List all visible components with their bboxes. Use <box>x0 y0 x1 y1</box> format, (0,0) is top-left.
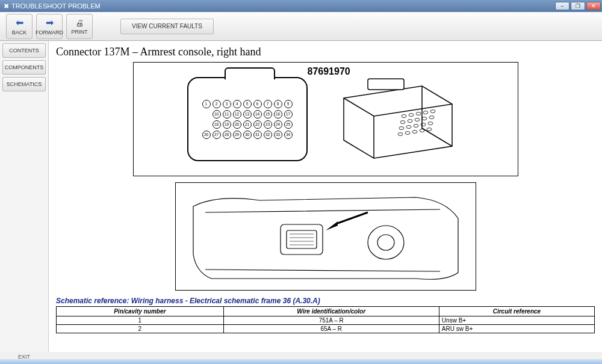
sidebar: CONTENTS COMPONENTS SCHEMATICS EXIT <box>0 41 48 352</box>
page-title: Connector 137M – Armrest console, right … <box>56 46 595 58</box>
sidebar-schematics-label: SCHEMATICS <box>7 81 42 87</box>
cell-circuit: ARU sw B+ <box>439 325 594 333</box>
minimize-icon: – <box>560 3 563 9</box>
table-row: 1 751A – R Unsw B+ <box>57 316 595 325</box>
forward-button[interactable]: ➡ FORWARD <box>36 14 63 39</box>
print-icon: 🖨 <box>75 18 84 28</box>
pin-table: Pin/cavity number Wire identification/co… <box>56 306 595 333</box>
close-icon: ✕ <box>591 3 596 9</box>
sidebar-contents-label: CONTENTS <box>9 48 39 54</box>
maximize-button[interactable]: ❐ <box>571 2 585 10</box>
minimize-button[interactable]: – <box>555 2 569 10</box>
back-button[interactable]: ⬅ BACK <box>6 14 33 39</box>
col-wire: Wire identification/color <box>223 307 439 316</box>
sidebar-tab-contents[interactable]: CONTENTS <box>2 43 46 58</box>
forward-label: FORWARD <box>36 29 63 35</box>
cell-pin: 2 <box>57 325 224 333</box>
content-pane[interactable]: Connector 137M – Armrest console, right … <box>48 41 602 352</box>
svg-marker-0 <box>344 86 452 158</box>
svg-point-22 <box>368 226 404 259</box>
svg-rect-1 <box>368 79 404 90</box>
connector-diagram: 87691970 123456789 1011121314151617 1819… <box>133 62 518 176</box>
sidebar-tab-components[interactable]: COMPONENTS <box>2 60 46 75</box>
connector-isometric-view <box>332 74 464 164</box>
arrow-right-icon: ➡ <box>46 17 54 28</box>
maximize-icon: ❐ <box>576 3 580 9</box>
toolbar: ⬅ BACK ➡ FORWARD 🖨 PRINT VIEW CURRENT FA… <box>0 12 602 41</box>
sidebar-components-label: COMPONENTS <box>5 64 44 70</box>
svg-marker-30 <box>326 221 338 230</box>
cell-wire: 65A – R <box>223 325 439 333</box>
connector-location-diagram <box>175 182 476 291</box>
sidebar-tab-schematics[interactable]: SCHEMATICS <box>2 77 46 91</box>
print-button[interactable]: 🖨 PRINT <box>66 14 93 39</box>
window-titlebar: ✖ TROUBLESHOOT PROBLEM – ❐ ✕ <box>0 0 602 12</box>
pin-grid: 123456789 1011121314151617 1819202122232… <box>202 100 293 139</box>
view-current-faults-button[interactable]: VIEW CURRENT FAULTS <box>120 19 214 34</box>
cell-circuit: Unsw B+ <box>439 316 594 325</box>
view-faults-label: VIEW CURRENT FAULTS <box>132 23 202 29</box>
svg-point-23 <box>377 235 394 250</box>
cell-wire: 751A – R <box>223 316 439 325</box>
cell-pin: 1 <box>57 316 224 325</box>
arrow-left-icon: ⬅ <box>16 17 23 28</box>
close-button[interactable]: ✕ <box>586 2 601 10</box>
col-circuit: Circuit reference <box>439 307 594 316</box>
col-pin: Pin/cavity number <box>57 307 224 316</box>
schematic-reference: Schematic reference: Wiring harness - El… <box>56 297 595 305</box>
app-icon: ✖ <box>4 2 9 10</box>
window-title: TROUBLESHOOT PROBLEM <box>11 2 101 10</box>
os-taskbar <box>0 359 602 364</box>
table-row: 2 65A – R ARU sw B+ <box>57 325 595 333</box>
print-label: PRINT <box>72 29 88 35</box>
table-header-row: Pin/cavity number Wire identification/co… <box>57 307 595 316</box>
back-label: BACK <box>12 29 27 35</box>
svg-line-31 <box>338 212 368 223</box>
connector-face-view: 123456789 1011121314151617 1819202122232… <box>187 77 308 161</box>
